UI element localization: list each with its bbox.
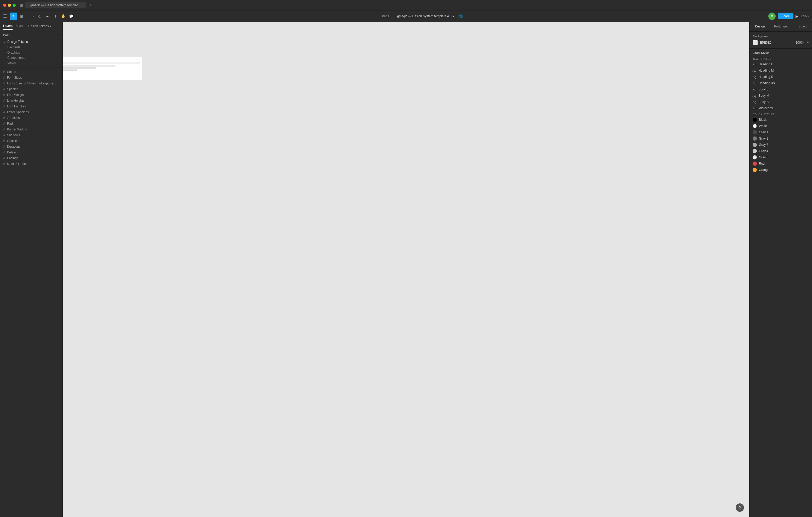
layer-item-easings[interactable]: # Easings: [0, 155, 62, 161]
page-subitem-graphics[interactable]: Graphics: [0, 50, 62, 55]
tool-select-group: ↖ ⊞: [10, 12, 25, 20]
layer-item-delays[interactable]: # Delays: [0, 150, 62, 155]
text-style-item-heading-m[interactable]: Ag Heading M: [750, 67, 812, 74]
layer-item-shadows[interactable]: # Shadows: [0, 132, 62, 138]
color-style-item-black[interactable]: Black: [750, 117, 812, 123]
close-button[interactable]: [3, 4, 6, 7]
share-button[interactable]: Share: [778, 13, 793, 19]
layer-label: Easings: [7, 156, 18, 160]
layer-item-font-families[interactable]: # Font Families: [0, 103, 62, 109]
page-subitem-components[interactable]: Components: [0, 55, 62, 60]
canvas[interactable]: Figmagic — Design System template 4.0 Co…: [63, 22, 749, 517]
zoom-chevron-icon: ▾: [807, 14, 809, 18]
layer-label: Fonts (use for Styles; not exporte...: [7, 82, 56, 85]
scale-tool[interactable]: ⊞: [18, 12, 25, 20]
layer-item-colors[interactable]: # Colors: [0, 69, 62, 75]
color-style-label: Gray 3: [759, 143, 768, 147]
add-page-button[interactable]: +: [57, 33, 59, 37]
toolbar: ☰ ↖ ⊞ ▭ ◇ ✒ T ✋ 💬 Drafts / Figmagic — De…: [0, 10, 812, 22]
color-style-item-gray3[interactable]: Gray 3: [750, 142, 812, 148]
text-style-item-heading-l[interactable]: Ag Heading L: [750, 61, 812, 67]
layer-item-font-weights[interactable]: # Font Weights: [0, 92, 62, 98]
page-subitem-elements[interactable]: Elements: [0, 45, 62, 50]
text-style-ag-icon: Ag: [753, 94, 756, 98]
text-style-ag-icon: Ag: [753, 68, 756, 73]
background-swatch[interactable]: [753, 40, 758, 45]
text-style-item-body-s[interactable]: Ag Body S: [750, 99, 812, 105]
select-tool[interactable]: ↖: [10, 12, 17, 20]
background-hex[interactable]: E5E5E5: [760, 41, 793, 44]
file-name-label: Figmagic — Design System template 4.0: [395, 14, 451, 18]
new-tab-button[interactable]: +: [89, 3, 92, 7]
text-style-item-microcopy[interactable]: Ag Microcopy: [750, 105, 812, 111]
layers-list: # Colors # Font Sizes # Fonts (use for S…: [0, 69, 62, 517]
breadcrumb-drafts[interactable]: Drafts: [381, 14, 389, 18]
color-swatch-gray4: [753, 149, 757, 153]
comment-tool[interactable]: 💬: [67, 12, 75, 20]
tab-close-icon[interactable]: ×: [82, 4, 83, 6]
color-style-item-gray1[interactable]: Gray 1: [750, 129, 812, 135]
shape-tool[interactable]: ◇: [36, 12, 44, 20]
text-style-item-body-l[interactable]: Ag Body L: [750, 86, 812, 93]
pages-section-header: Pages +: [0, 30, 62, 39]
color-style-item-red[interactable]: Red: [750, 160, 812, 167]
tab-design-tokens[interactable]: Design Tokens ▾: [28, 24, 51, 30]
text-tool[interactable]: T: [52, 12, 59, 20]
menu-button[interactable]: ☰: [3, 13, 7, 19]
layer-item-fonts[interactable]: # Fonts (use for Styles; not exporte...: [0, 81, 62, 86]
color-style-item-gray2[interactable]: Gray 2: [750, 135, 812, 142]
text-style-item-body-m[interactable]: Ag Body M: [750, 93, 812, 99]
tab-inspect[interactable]: Inspect: [791, 22, 812, 31]
layer-item-letter-spacings[interactable]: # Letter Spacings: [0, 109, 62, 115]
active-tab[interactable]: Figmagic — Design System templat... ×: [25, 2, 86, 8]
subpage-label: Views: [7, 61, 16, 65]
local-styles-label: Local Styles: [750, 49, 812, 56]
layer-item-z-indices[interactable]: # Z Indices: [0, 115, 62, 121]
help-button[interactable]: ?: [735, 504, 744, 512]
layer-item-border-widths[interactable]: # Border Widths: [0, 126, 62, 132]
layer-item-radii[interactable]: # Radii: [0, 121, 62, 126]
panel-tabs: Layers Assets Design Tokens ▾: [0, 22, 62, 30]
background-opacity[interactable]: 100%: [795, 41, 804, 44]
text-style-item-heading-s[interactable]: Ag Heading S: [750, 74, 812, 80]
user-avatar[interactable]: M: [768, 12, 776, 20]
layer-item-line-heights[interactable]: # Line Heights: [0, 98, 62, 103]
color-style-item-gray5[interactable]: Gray 5: [750, 154, 812, 160]
layer-item-font-sizes[interactable]: # Font Sizes: [0, 75, 62, 81]
text-styles-group-label: Text Styles: [750, 56, 812, 61]
color-style-item-white[interactable]: White: [750, 123, 812, 129]
layer-label: Media Queries: [7, 162, 27, 166]
text-style-item-heading-xs[interactable]: Ag Heading Xs: [750, 80, 812, 86]
tab-layers[interactable]: Layers: [3, 24, 12, 30]
page-item-design-tokens[interactable]: ✓ Design Tokens: [0, 39, 62, 45]
color-style-label: Gray 1: [759, 130, 768, 134]
layer-label: Border Widths: [7, 127, 27, 131]
layer-item-durations[interactable]: # Durations: [0, 144, 62, 150]
layer-label: Durations: [7, 145, 21, 149]
visibility-toggle-icon[interactable]: 👁: [806, 41, 809, 44]
canvas-frame-container: Figmagic — Design System template 4.0 Co…: [63, 52, 749, 517]
design-tokens-chevron-icon: ▾: [50, 24, 51, 28]
color-style-item-orange[interactable]: Orange: [750, 167, 812, 173]
present-button[interactable]: ▶: [795, 14, 799, 18]
frame-tool[interactable]: ▭: [28, 12, 36, 20]
layer-item-media-queries[interactable]: # Media Queries: [0, 161, 62, 167]
layer-item-opacities[interactable]: # Opacities: [0, 138, 62, 144]
file-name-button[interactable]: Figmagic — Design System template 4.0 ▾: [393, 13, 456, 19]
minimize-button[interactable]: [8, 4, 11, 7]
maximize-button[interactable]: [12, 4, 16, 7]
tab-prototype[interactable]: Prototype: [771, 22, 791, 31]
color-swatch-gray1: [753, 130, 757, 134]
publish-button[interactable]: 🌐: [457, 12, 465, 20]
page-subitem-views[interactable]: Views: [0, 60, 62, 66]
tab-design[interactable]: Design: [750, 22, 771, 31]
zoom-control[interactable]: 22% ▾: [801, 14, 809, 18]
hand-tool[interactable]: ✋: [60, 12, 67, 20]
tab-assets[interactable]: Assets: [16, 24, 25, 30]
sections-row: Colors: [63, 57, 142, 80]
color-style-item-gray4[interactable]: Gray 4: [750, 148, 812, 154]
text-style-ag-icon: Ag: [753, 100, 756, 104]
pen-tool[interactable]: ✒: [44, 12, 51, 20]
layer-item-spacing[interactable]: # Spacing: [0, 86, 62, 92]
background-label: Background: [753, 35, 809, 38]
